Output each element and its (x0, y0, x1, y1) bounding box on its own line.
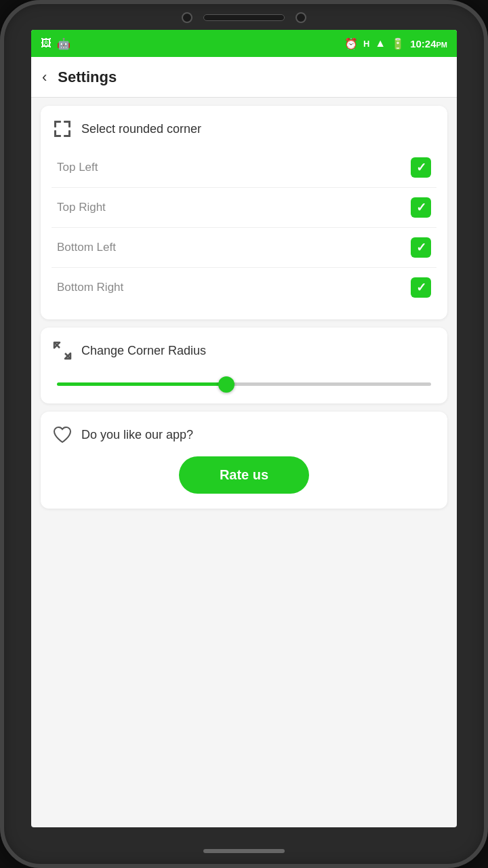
rate-card-header: Do you like our app? (52, 424, 436, 446)
rate-card-title: Do you like our app? (81, 428, 193, 442)
home-indicator (203, 849, 285, 853)
time-display: 10:24PM (410, 38, 447, 50)
option-top-right-label: Top Right (57, 201, 106, 214)
screen: 🖼 🤖 ⏰ H ▲ 🔋 10:24PM ‹ Settings (31, 30, 457, 827)
svg-rect-5 (54, 130, 56, 137)
alarm-icon: ⏰ (344, 37, 358, 50)
rounded-corner-title: Select rounded corner (81, 122, 201, 136)
app-bar: ‹ Settings (31, 57, 457, 98)
option-top-left-label: Top Left (57, 161, 98, 174)
option-top-right[interactable]: Top Right ✓ (52, 188, 436, 228)
option-bottom-right[interactable]: Bottom Right ✓ (52, 268, 436, 307)
checkbox-bottom-left[interactable]: ✓ (411, 237, 431, 258)
android-icon: 🤖 (57, 37, 70, 50)
content-area: Select rounded corner Top Left ✓ Top Rig… (31, 98, 457, 827)
rate-us-button[interactable]: Rate us (179, 456, 309, 494)
option-bottom-left[interactable]: Bottom Left ✓ (52, 228, 436, 268)
slider-container (52, 370, 436, 391)
phone-frame: 🖼 🤖 ⏰ H ▲ 🔋 10:24PM ‹ Settings (0, 0, 488, 868)
svg-rect-3 (68, 121, 70, 127)
checkbox-top-right[interactable]: ✓ (411, 197, 431, 218)
front-camera-right (296, 12, 306, 23)
corner-radius-title: Change Corner Radius (81, 344, 206, 358)
checkbox-bottom-right[interactable]: ✓ (411, 277, 431, 298)
rounded-corner-header: Select rounded corner (52, 118, 436, 140)
option-bottom-left-label: Bottom Left (57, 241, 116, 254)
page-title: Settings (58, 68, 117, 86)
status-bar: 🖼 🤖 ⏰ H ▲ 🔋 10:24PM (31, 30, 457, 57)
signal-icon: ▲ (375, 37, 386, 50)
svg-rect-1 (54, 121, 56, 127)
back-button[interactable]: ‹ (42, 68, 47, 86)
corner-radius-header: Change Corner Radius (52, 340, 436, 361)
status-bar-left: 🖼 🤖 (41, 37, 70, 50)
speaker (203, 14, 285, 21)
option-top-left[interactable]: Top Left ✓ (52, 148, 436, 188)
battery-icon: 🔋 (391, 37, 405, 50)
svg-rect-7 (68, 130, 70, 137)
rounded-corner-card: Select rounded corner Top Left ✓ Top Rig… (41, 106, 447, 319)
h-network-icon: H (363, 39, 369, 49)
front-camera-left (182, 12, 192, 23)
hardware-top (0, 0, 488, 30)
status-bar-right: ⏰ H ▲ 🔋 10:24PM (344, 37, 447, 50)
corner-radius-icon (52, 340, 73, 361)
corner-radius-card: Change Corner Radius (41, 328, 447, 403)
radius-slider[interactable] (57, 382, 431, 386)
heart-icon (52, 424, 73, 446)
gallery-icon: 🖼 (41, 37, 52, 50)
checkbox-top-left[interactable]: ✓ (411, 157, 431, 178)
rounded-corner-icon (52, 118, 73, 140)
option-bottom-right-label: Bottom Right (57, 281, 123, 294)
bottom-home (203, 834, 285, 868)
rate-card: Do you like our app? Rate us (41, 412, 447, 509)
